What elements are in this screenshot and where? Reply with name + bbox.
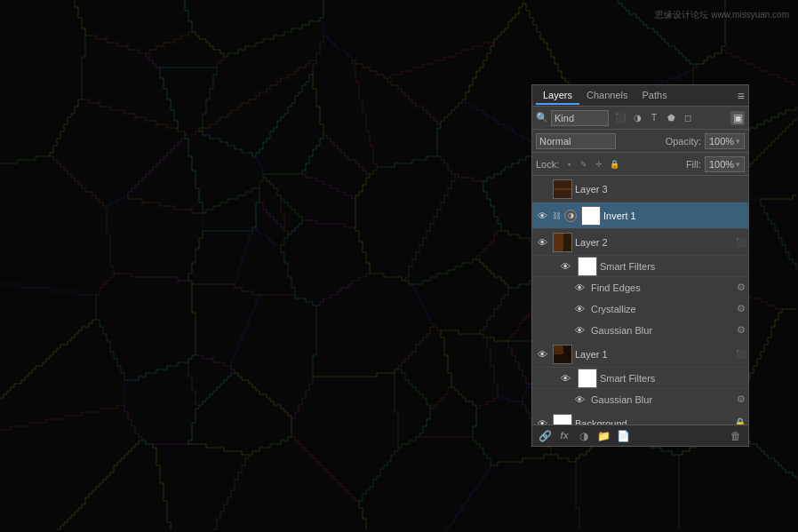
filter-adjust-icon-gaussian2[interactable]: ⚙ — [734, 393, 748, 407]
new-group-icon[interactable]: 📁 — [596, 429, 610, 443]
lock-icons: ▪ ✎ ✛ 🔒 — [563, 158, 620, 171]
tab-paths[interactable]: Paths — [635, 87, 674, 105]
fx-icon[interactable]: fx — [557, 429, 571, 443]
panel-menu-icon[interactable]: ≡ — [738, 89, 745, 103]
background-name: Background — [575, 418, 734, 425]
filter-icons: ⬛ ◑ T ⬟ ◻ — [613, 111, 695, 125]
smart-filters-1-label: Smart Filters — [600, 373, 748, 384]
panel-bottom-toolbar: 🔗 fx ◑ 📁 📄 🗑 — [532, 425, 748, 446]
pixel-filter-icon[interactable]: ⬛ — [613, 111, 627, 125]
crystallize-name: Crystallize — [591, 304, 734, 314]
svg-rect-5 — [554, 345, 563, 354]
layer-row-background[interactable]: 👁 Background 🔒 — [532, 410, 748, 425]
svg-rect-3 — [554, 233, 563, 252]
background-thumb — [553, 414, 572, 425]
lock-label: Lock: — [536, 159, 559, 170]
lock-all-icon[interactable]: 🔒 — [608, 158, 620, 171]
lock-pixels-icon[interactable]: ▪ — [563, 158, 575, 171]
layer2-name: Layer 2 — [575, 237, 734, 248]
layer1-name: Layer 1 — [575, 349, 734, 360]
smart-badge-layer2: ⬛ — [734, 236, 746, 249]
new-layer-icon[interactable]: 📄 — [616, 429, 630, 443]
smart-badge-layer1: ⬛ — [734, 348, 746, 361]
sublayer-smart-filters-1[interactable]: 👁 Smart Filters — [532, 368, 748, 389]
filter-row-crystallize[interactable]: 👁 Crystallize ⚙ — [532, 298, 748, 320]
opacity-label: Opacity: — [666, 136, 701, 147]
lock-position-icon[interactable]: ✎ — [578, 158, 590, 171]
fill-label: Fill: — [686, 159, 701, 170]
smartobj-filter-icon[interactable]: ◻ — [681, 111, 695, 125]
layer3-name: Layer 3 — [575, 184, 746, 195]
invert1-name: Invert 1 — [603, 210, 746, 221]
background-lock-icon: 🔒 — [734, 417, 746, 425]
layer-row-layer1[interactable]: 👁 Layer 1 ⬛ — [532, 341, 748, 368]
lock-fill-row: Lock: ▪ ✎ ✛ 🔒 Fill: 100% ▾ — [532, 153, 748, 176]
smart-filters-2-label: Smart Filters — [600, 261, 748, 272]
gaussian1-name: Gaussian Blur — [591, 325, 734, 336]
filter-toggle[interactable]: ▣ — [730, 111, 745, 125]
eye-smart-filters-1[interactable]: 👁 — [557, 370, 573, 386]
link-icon[interactable]: 🔗 — [538, 429, 552, 443]
new-fill-icon[interactable]: ◑ — [577, 429, 591, 443]
eye-layer2[interactable]: 👁 — [534, 234, 550, 250]
eye-gaussian1[interactable]: 👁 — [571, 322, 587, 338]
eye-invert1[interactable]: 👁 — [534, 208, 550, 224]
filter-adjust-icon-crystallize[interactable]: ⚙ — [734, 302, 748, 316]
sublayer-smart-filters-2[interactable]: 👁 Smart Filters — [532, 256, 748, 277]
panel-tabs: Layers Channels Paths ≡ — [532, 85, 748, 107]
delete-icon[interactable]: 🗑 — [729, 429, 743, 443]
chain-icon-invert1: ⛓ — [550, 210, 563, 222]
eye-smart-filters-2[interactable]: 👁 — [557, 258, 573, 274]
adj-icon-invert1: ◑ — [564, 210, 577, 222]
filter-row-find-edges[interactable]: 👁 Find Edges ⚙ — [532, 277, 748, 298]
invert1-thumb — [581, 206, 601, 226]
layer2-thumb — [553, 233, 572, 252]
tab-layers[interactable]: Layers — [536, 87, 579, 105]
fill-value[interactable]: 100% ▾ — [705, 156, 745, 172]
blend-mode-select[interactable]: Normal — [536, 133, 616, 149]
layer-row-layer3[interactable]: Layer 3 — [532, 176, 748, 202]
layers-panel: Layers Channels Paths ≡ 🔍 Kind ⬛ ◑ T ⬟ ◻… — [531, 84, 749, 447]
filter-row-gaussian2[interactable]: 👁 Gaussian Blur ⚙ — [532, 389, 748, 410]
find-edges-name: Find Edges — [591, 282, 734, 293]
layer1-thumb — [553, 345, 572, 364]
smart-filters-2-thumb — [578, 257, 597, 276]
search-icon: 🔍 — [536, 112, 548, 123]
opacity-value[interactable]: 100% ▾ — [705, 133, 745, 149]
lock-move-icon[interactable]: ✛ — [593, 158, 605, 171]
eye-find-edges[interactable]: 👁 — [571, 280, 587, 296]
layer3-thumb — [553, 179, 572, 199]
gaussian2-name: Gaussian Blur — [591, 394, 734, 405]
shape-filter-icon[interactable]: ⬟ — [664, 111, 678, 125]
eye-layer1[interactable]: 👁 — [534, 346, 550, 362]
layers-list: Layer 3 👁 ⛓ ◑ Invert 1 👁 Layer 2 ⬛ 👁 Sma… — [532, 176, 748, 425]
eye-crystallize[interactable]: 👁 — [571, 301, 587, 317]
layer-row-invert1[interactable]: 👁 ⛓ ◑ Invert 1 — [532, 202, 748, 229]
adjustment-filter-icon[interactable]: ◑ — [630, 111, 644, 125]
tab-channels[interactable]: Channels — [579, 87, 634, 105]
watermark: 思缘设计论坛 www.missyuan.com — [655, 9, 789, 21]
filter-adjust-icon-gaussian1[interactable]: ⚙ — [734, 323, 748, 337]
filter-adjust-icon-find-edges[interactable]: ⚙ — [734, 281, 748, 295]
filter-row-gaussian1[interactable]: 👁 Gaussian Blur ⚙ — [532, 320, 748, 341]
eye-gaussian2[interactable]: 👁 — [571, 392, 587, 408]
type-filter-icon[interactable]: T — [647, 111, 661, 125]
kind-select[interactable]: Kind — [551, 110, 609, 126]
layer-row-layer2[interactable]: 👁 Layer 2 ⬛ — [532, 229, 748, 256]
blend-opacity-row: Normal Opacity: 100% ▾ — [532, 130, 748, 153]
smart-filters-1-thumb — [578, 369, 597, 388]
kind-filter-row: 🔍 Kind ⬛ ◑ T ⬟ ◻ ▣ — [532, 107, 748, 130]
eye-background[interactable]: 👁 — [534, 416, 550, 425]
